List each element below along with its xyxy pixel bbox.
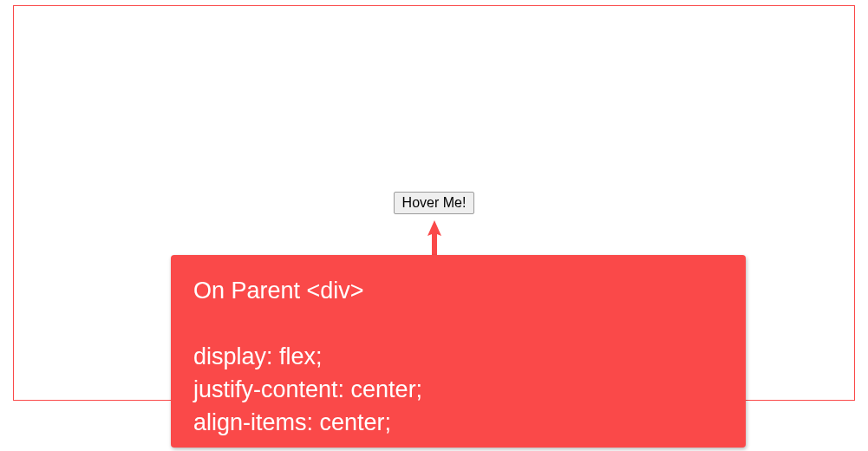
annotation-css-line: display: flex;	[193, 341, 723, 374]
annotation-tooltip: On Parent <div> display: flex; justify-c…	[171, 255, 746, 448]
annotation-css-line: align-items: center;	[193, 407, 723, 440]
annotation-css-line: justify-content: center;	[193, 374, 723, 407]
annotation-arrow-icon	[427, 220, 442, 257]
hover-me-button[interactable]: Hover Me!	[394, 192, 475, 214]
annotation-title: On Parent <div>	[193, 274, 723, 308]
